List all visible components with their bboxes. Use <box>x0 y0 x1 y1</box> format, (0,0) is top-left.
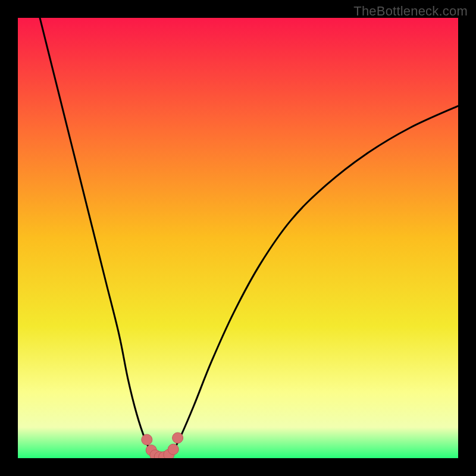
chart-frame <box>18 18 458 458</box>
sweet-spot-marker <box>142 434 152 445</box>
sweet-spot-marker <box>173 433 183 443</box>
gradient-background <box>18 18 458 458</box>
sweet-spot-marker <box>168 444 178 455</box>
bottleneck-chart <box>18 18 458 458</box>
watermark-text: TheBottleneck.com <box>353 4 468 19</box>
